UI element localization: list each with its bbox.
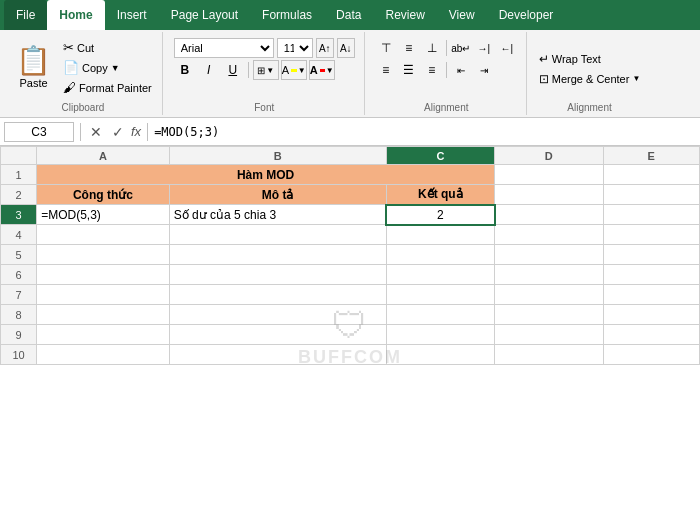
cancel-formula-button[interactable]: ✕ [87,124,105,140]
align-right-button[interactable]: ≡ [421,60,443,80]
cell-d10[interactable] [495,345,603,365]
col-header-e[interactable]: E [603,147,699,165]
cell-reference-box[interactable] [4,122,74,142]
fill-color-button[interactable]: A ▼ [281,60,307,80]
cell-d6[interactable] [495,265,603,285]
tab-file[interactable]: File [4,0,47,30]
cell-d1[interactable] [495,165,603,185]
indent-decrease-button[interactable]: ←| [496,38,518,58]
cell-e7[interactable] [603,285,699,305]
cell-b2[interactable]: Mô tả [169,185,386,205]
align-center-button[interactable]: ☰ [398,60,420,80]
italic-button[interactable]: I [198,60,220,80]
paste-button[interactable]: 📋 Paste [10,38,57,97]
cell-a1[interactable]: Hàm MOD [37,165,495,185]
cell-a5[interactable] [37,245,170,265]
cell-b8[interactable] [169,305,386,325]
cell-d2[interactable] [495,185,603,205]
cell-c8[interactable] [386,305,494,325]
cell-c5[interactable] [386,245,494,265]
increase-indent-button[interactable]: ⇥ [473,60,495,80]
table-row: 3 =MOD(5,3) Số dư của 5 chia 3 2 [1,205,700,225]
fill-color-bar [291,69,297,72]
spreadsheet-wrapper: 🛡 BUFFCOM A B C D E [0,146,700,520]
cell-b10[interactable] [169,345,386,365]
font-size-decrease-button[interactable]: A↓ [337,38,355,58]
cell-b7[interactable] [169,285,386,305]
cell-e4[interactable] [603,225,699,245]
cell-a4[interactable] [37,225,170,245]
cell-e3[interactable] [603,205,699,225]
cell-e5[interactable] [603,245,699,265]
tab-review[interactable]: Review [373,0,436,30]
decrease-indent-button[interactable]: ⇤ [450,60,472,80]
tab-developer[interactable]: Developer [487,0,566,30]
font-size-increase-button[interactable]: A↑ [316,38,334,58]
cell-a9[interactable] [37,325,170,345]
cell-c6[interactable] [386,265,494,285]
cell-e6[interactable] [603,265,699,285]
cell-c4[interactable] [386,225,494,245]
alignment-row1: ⊤ ≡ ⊥ ab↵ →| ←| [375,38,518,58]
cell-d3[interactable] [495,205,603,225]
copy-button[interactable]: 📄 Copy ▼ [59,58,156,77]
align-middle-button[interactable]: ≡ [398,38,420,58]
cell-a6[interactable] [37,265,170,285]
text-direction-button[interactable]: ab↵ [450,38,472,58]
border-button[interactable]: ⊞ ▼ [253,60,279,80]
tab-data[interactable]: Data [324,0,373,30]
cell-c3[interactable]: 2 [386,205,494,225]
bold-button[interactable]: B [174,60,196,80]
cell-e1[interactable] [603,165,699,185]
tab-page-layout[interactable]: Page Layout [159,0,250,30]
font-name-selector[interactable]: Arial Calibri Times New Roman [174,38,274,58]
cell-d4[interactable] [495,225,603,245]
cell-d5[interactable] [495,245,603,265]
cell-b3[interactable]: Số dư của 5 chia 3 [169,205,386,225]
col-header-b[interactable]: B [169,147,386,165]
col-header-c[interactable]: C [386,147,494,165]
cell-a2[interactable]: Công thức [37,185,170,205]
cell-a7[interactable] [37,285,170,305]
cell-d8[interactable] [495,305,603,325]
cut-button[interactable]: ✂ Cut [59,38,156,57]
cell-c10[interactable] [386,345,494,365]
confirm-formula-button[interactable]: ✓ [109,124,127,140]
cell-b9[interactable] [169,325,386,345]
cell-b5[interactable] [169,245,386,265]
align-bottom-button[interactable]: ⊥ [421,38,443,58]
tab-home[interactable]: Home [47,0,104,30]
font-color-button[interactable]: A ▼ [309,60,335,80]
spreadsheet-container[interactable]: A B C D E 1 Hàm MOD 2 Công thứ [0,146,700,520]
cell-c2[interactable]: Kết quả [386,185,494,205]
format-painter-button[interactable]: 🖌 Format Painter [59,78,156,97]
font-size-selector[interactable]: 891011121416 [277,38,313,58]
cell-a8[interactable] [37,305,170,325]
cell-a3[interactable]: =MOD(5,3) [37,205,170,225]
formula-input[interactable] [154,125,696,139]
cell-e2[interactable] [603,185,699,205]
wrap-text-button[interactable]: ↵ Wrap Text [535,50,605,68]
cell-c7[interactable] [386,285,494,305]
col-header-a[interactable]: A [37,147,170,165]
tab-formulas[interactable]: Formulas [250,0,324,30]
cell-d7[interactable] [495,285,603,305]
align-left-button[interactable]: ≡ [375,60,397,80]
cell-e10[interactable] [603,345,699,365]
col-header-d[interactable]: D [495,147,603,165]
merge-center-button[interactable]: ⊡ Merge & Center ▼ [535,70,645,88]
cell-d9[interactable] [495,325,603,345]
tab-insert[interactable]: Insert [105,0,159,30]
align-top-button[interactable]: ⊤ [375,38,397,58]
underline-button[interactable]: U [222,60,244,80]
cell-c9[interactable] [386,325,494,345]
cell-b4[interactable] [169,225,386,245]
cell-b6[interactable] [169,265,386,285]
cell-a10[interactable] [37,345,170,365]
table-row: 7 [1,285,700,305]
indent-increase-button[interactable]: →| [473,38,495,58]
cell-e9[interactable] [603,325,699,345]
cell-e8[interactable] [603,305,699,325]
fx-label[interactable]: fx [131,124,141,139]
tab-view[interactable]: View [437,0,487,30]
